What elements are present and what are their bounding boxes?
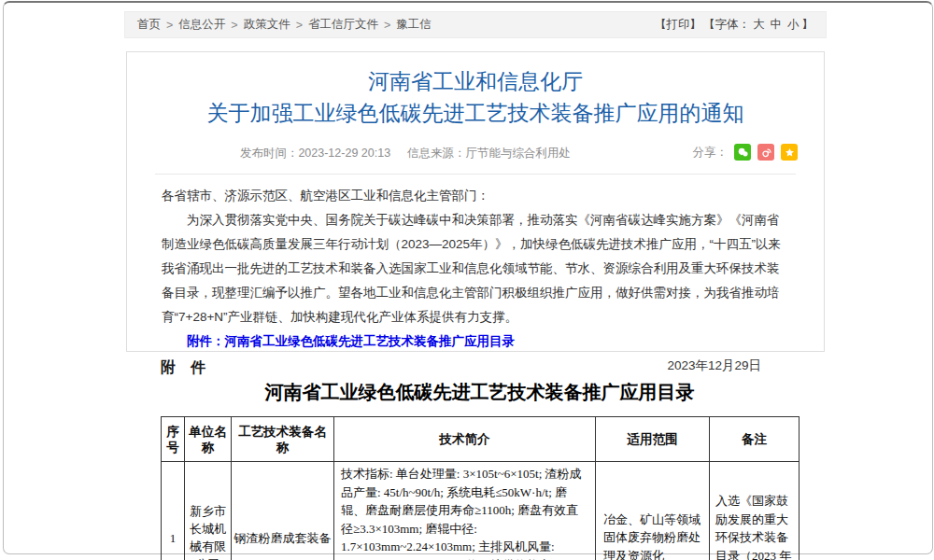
share-favorite-star-icon[interactable] (781, 144, 798, 161)
attachment-link[interactable]: 附件：河南省工业绿色低碳先进工艺技术装备推广应用目录 (187, 334, 515, 348)
source-value: 厅节能与综合利用处 (466, 147, 572, 160)
breadcrumb-bar: 首页 > 信息公开 > 政策文件 > 省工信厅文件 > 豫工信 【打印】 【字体… (124, 11, 827, 38)
table-header-row: 序号 单位名称 工艺技术装备名称 技术简介 适用范围 备注 (162, 417, 800, 462)
article-container: 河南省工业和信息化厅 关于加强工业绿色低碳先进工艺技术装备推广应用的通知 发布时… (126, 51, 825, 352)
font-size-label: 【字体： (703, 17, 750, 33)
breadcrumb-item-current[interactable]: 豫工信 (396, 17, 432, 33)
cell-scope: 冶金、矿山等领域固体废弃物粉磨处理及资源化 (596, 462, 710, 560)
cell-remarks: 入选《国家鼓励发展的重大环保技术装备目录（2023 年版）》 (710, 462, 800, 560)
catalog-title: 河南省工业绿色低碳先进工艺技术装备推广应用目录 (161, 380, 799, 405)
breadcrumb-separator: > (384, 19, 390, 32)
body-paragraph: 为深入贯彻落实党中央、国务院关于碳达峰碳中和决策部署，推动落实《河南省碳达峰实施… (162, 208, 789, 329)
page-toolbar: 【打印】 【字体： 大 中 小 】 (655, 17, 814, 33)
font-size-large-button[interactable]: 大 (753, 17, 765, 33)
share-label: 分享： (693, 145, 729, 161)
font-size-small-button[interactable]: 小 (787, 17, 800, 33)
header-equipment-name: 工艺技术装备名称 (232, 417, 334, 462)
breadcrumb-item-info-disclosure[interactable]: 信息公开 (178, 17, 225, 33)
breadcrumb-separator: > (231, 19, 237, 32)
header-company-name: 单位名称 (185, 417, 232, 462)
article-body: 各省辖市、济源示范区、航空港区工业和信息化主管部门： 为深入贯彻落实党中央、国务… (127, 175, 824, 378)
salutation-paragraph: 各省辖市、济源示范区、航空港区工业和信息化主管部门： (162, 184, 789, 208)
header-serial-no: 序号 (162, 417, 185, 462)
header-scope: 适用范围 (596, 417, 710, 462)
publish-time-label: 发布时间： (240, 147, 299, 160)
article-meta: 发布时间：2023-12-29 20:13信息来源：厅节能与综合利用处 分享： (127, 146, 824, 162)
article-title-line1: 河南省工业和信息化厅 (127, 67, 824, 95)
breadcrumb-separator: > (166, 19, 173, 32)
share-wechat-icon[interactable] (734, 144, 751, 161)
breadcrumb-item-home[interactable]: 首页 (137, 17, 161, 33)
font-size-medium-button[interactable]: 中 (771, 17, 783, 33)
attachment-heading: 附 件 (161, 358, 205, 378)
font-size-label-end: 】 (802, 17, 814, 33)
header-tech-intro: 技术简介 (334, 417, 596, 462)
source-label: 信息来源： (407, 147, 466, 160)
document-date: 2023年12月29日 (162, 354, 789, 378)
cell-equipment-name: 钢渣粉磨成套装备 (232, 462, 334, 560)
publish-time-value: 2023-12-29 20:13 (298, 147, 390, 160)
breadcrumb: 首页 > 信息公开 > 政策文件 > 省工信厅文件 > 豫工信 (137, 17, 432, 33)
article-title-line2: 关于加强工业绿色低碳先进工艺技术装备推广应用的通知 (127, 99, 824, 127)
breadcrumb-item-dept-documents[interactable]: 省工信厅文件 (308, 17, 378, 33)
table-row: 1 新乡市长城机械有限公司 钢渣粉磨成套装备 技术指标: 单台处理量: 3×10… (162, 462, 800, 560)
catalog-table: 序号 单位名称 工艺技术装备名称 技术简介 适用范围 备注 1 新乡市长城机械有… (161, 416, 800, 560)
breadcrumb-item-policy-documents[interactable]: 政策文件 (244, 17, 290, 33)
breadcrumb-separator: > (296, 19, 303, 32)
cell-tech-intro: 技术指标: 单台处理量: 3×105t~6×105t; 渣粉成品产量: 45t/… (334, 462, 596, 560)
cell-serial-no: 1 (162, 462, 185, 560)
header-remarks: 备注 (710, 417, 800, 462)
share-weibo-icon[interactable] (757, 144, 774, 161)
print-button[interactable]: 【打印】 (655, 17, 701, 33)
cell-company-name: 新乡市长城机械有限公司 (185, 462, 232, 560)
share-group: 分享： (693, 144, 799, 161)
